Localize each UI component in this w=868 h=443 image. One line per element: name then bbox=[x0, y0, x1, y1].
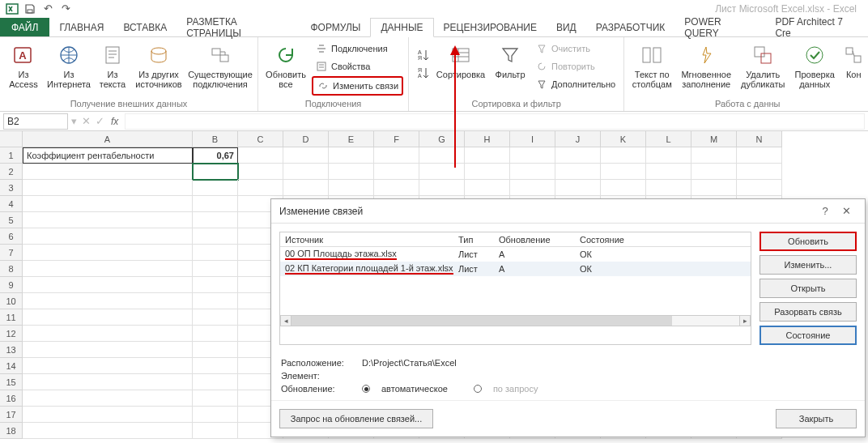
row-header[interactable]: 18 bbox=[0, 423, 23, 439]
update-button[interactable]: Обновить bbox=[760, 232, 857, 251]
close-button[interactable]: Закрыть bbox=[776, 409, 857, 428]
break-link-button[interactable]: Разорвать связь bbox=[760, 302, 857, 322]
cell[interactable] bbox=[374, 180, 419, 196]
name-box[interactable]: B2 bbox=[3, 113, 68, 130]
tab-developer[interactable]: РАЗРАБОТЧИК bbox=[586, 18, 675, 36]
cell[interactable] bbox=[23, 309, 193, 326]
cell[interactable] bbox=[555, 164, 601, 180]
cell[interactable] bbox=[23, 228, 193, 245]
row-header[interactable]: 2 bbox=[0, 164, 23, 180]
startup-prompt-button[interactable]: Запрос на обновление связей... bbox=[279, 409, 433, 428]
cell[interactable] bbox=[329, 164, 374, 180]
cell[interactable] bbox=[193, 196, 238, 212]
cell[interactable] bbox=[23, 390, 193, 407]
row-header[interactable]: 12 bbox=[0, 326, 23, 342]
cell[interactable] bbox=[23, 423, 193, 439]
cell[interactable] bbox=[283, 180, 329, 196]
sort-button[interactable]: Сортировка bbox=[433, 40, 488, 81]
cell[interactable] bbox=[193, 342, 238, 358]
cell[interactable] bbox=[238, 164, 283, 180]
cell[interactable] bbox=[193, 277, 238, 293]
cell[interactable] bbox=[510, 147, 555, 164]
cell[interactable] bbox=[465, 147, 510, 164]
cell[interactable] bbox=[238, 180, 283, 196]
cell[interactable] bbox=[193, 164, 238, 180]
cell[interactable] bbox=[193, 407, 238, 423]
cell[interactable] bbox=[193, 212, 238, 228]
sort-desc-button[interactable]: ЯA bbox=[414, 65, 430, 81]
tab-insert[interactable]: ВСТАВКА bbox=[113, 18, 177, 36]
cell[interactable] bbox=[23, 212, 193, 228]
scroll-left-icon[interactable]: ◂ bbox=[280, 315, 291, 326]
cell[interactable] bbox=[419, 180, 465, 196]
cell[interactable] bbox=[193, 180, 238, 196]
cell[interactable] bbox=[23, 196, 193, 212]
cancel-icon[interactable]: ✕ bbox=[82, 115, 91, 127]
column-header[interactable]: L bbox=[646, 131, 691, 147]
tab-pdfarch[interactable]: PDF Architect 7 Cre bbox=[765, 18, 868, 36]
enter-icon[interactable]: ✓ bbox=[96, 115, 104, 127]
column-header[interactable]: I bbox=[510, 131, 555, 147]
cell[interactable] bbox=[23, 326, 193, 342]
cell[interactable] bbox=[374, 164, 419, 180]
cell[interactable] bbox=[23, 277, 193, 293]
cell[interactable] bbox=[465, 180, 510, 196]
formula-input[interactable] bbox=[125, 113, 865, 130]
cell[interactable] bbox=[283, 164, 329, 180]
cell[interactable] bbox=[510, 180, 555, 196]
cell[interactable] bbox=[193, 326, 238, 342]
row-header[interactable]: 1 bbox=[0, 147, 23, 164]
column-header[interactable]: H bbox=[465, 131, 510, 147]
column-header[interactable]: C bbox=[238, 131, 283, 147]
tab-home[interactable]: ГЛАВНАЯ bbox=[49, 18, 113, 36]
row-header[interactable]: 16 bbox=[0, 390, 23, 407]
cell[interactable] bbox=[419, 147, 465, 164]
cell[interactable] bbox=[646, 180, 691, 196]
column-header[interactable]: J bbox=[555, 131, 601, 147]
properties-button[interactable]: Свойства bbox=[312, 58, 403, 75]
undo-icon[interactable]: ↶ bbox=[40, 2, 55, 16]
sort-asc-button[interactable]: AЯ bbox=[414, 47, 430, 63]
cell[interactable] bbox=[23, 374, 193, 390]
cell[interactable] bbox=[23, 180, 193, 196]
existing-conn-button[interactable]: Существующие подключения bbox=[188, 40, 253, 91]
data-validation-button[interactable]: Проверка данных bbox=[791, 40, 838, 91]
cell[interactable] bbox=[737, 164, 782, 180]
tab-file[interactable]: ФАЙЛ bbox=[0, 18, 49, 36]
filter-button[interactable]: Фильтр bbox=[491, 40, 529, 81]
tab-data[interactable]: ДАННЫЕ bbox=[370, 18, 433, 37]
column-header[interactable]: M bbox=[691, 131, 737, 147]
status-button[interactable]: Состояние bbox=[760, 326, 857, 345]
cell[interactable] bbox=[329, 147, 374, 164]
from-web-button[interactable]: Из Интернета bbox=[45, 40, 92, 91]
refresh-all-button[interactable]: Обновить все bbox=[263, 40, 308, 91]
cell[interactable] bbox=[691, 180, 737, 196]
row-header[interactable]: 6 bbox=[0, 228, 23, 245]
cell[interactable] bbox=[601, 147, 646, 164]
open-button[interactable]: Открыть bbox=[760, 279, 857, 298]
row-header[interactable]: 11 bbox=[0, 309, 23, 326]
close-icon[interactable]: ✕ bbox=[836, 205, 857, 217]
row-header[interactable]: 13 bbox=[0, 342, 23, 358]
advanced-filter-button[interactable]: Дополнительно bbox=[532, 76, 619, 92]
scroll-right-icon[interactable]: ▸ bbox=[739, 315, 751, 326]
cell[interactable] bbox=[193, 358, 238, 374]
cell[interactable] bbox=[329, 180, 374, 196]
cell[interactable] bbox=[193, 293, 238, 309]
row-header[interactable]: 8 bbox=[0, 261, 23, 277]
column-header[interactable]: G bbox=[419, 131, 465, 147]
flash-fill-button[interactable]: Мгновенное заполнение bbox=[678, 40, 734, 91]
cell[interactable] bbox=[646, 164, 691, 180]
tab-review[interactable]: РЕЦЕНЗИРОВАНИЕ bbox=[434, 18, 547, 36]
column-header[interactable]: A bbox=[23, 131, 193, 147]
cell[interactable] bbox=[465, 164, 510, 180]
cell[interactable] bbox=[23, 407, 193, 423]
cell[interactable] bbox=[510, 164, 555, 180]
column-header[interactable]: D bbox=[283, 131, 329, 147]
help-icon[interactable]: ? bbox=[815, 205, 836, 217]
column-header[interactable]: K bbox=[601, 131, 646, 147]
cell[interactable] bbox=[601, 164, 646, 180]
consolidate-button[interactable]: Кон bbox=[841, 40, 866, 81]
cell[interactable] bbox=[193, 228, 238, 245]
links-list[interactable]: Источник Тип Обновление Состояние 00 ОП … bbox=[279, 232, 751, 345]
